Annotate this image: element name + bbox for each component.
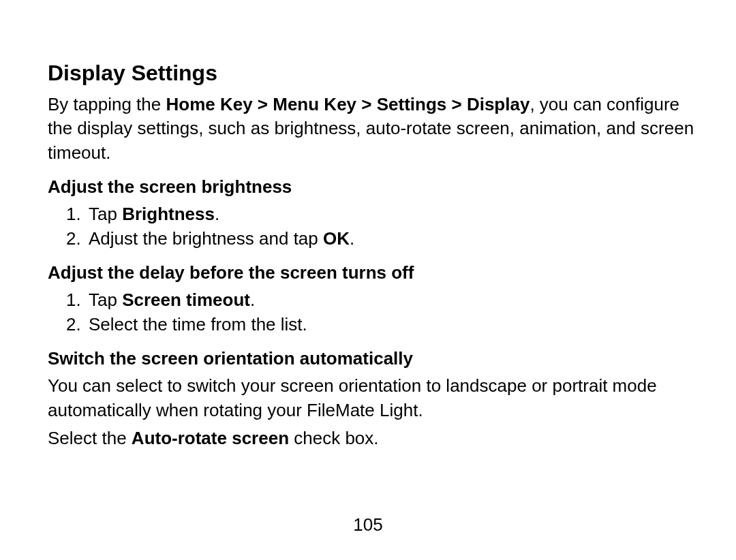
section-heading-timeout: Adjust the delay before the screen turns… [48,262,695,285]
step-bold: Screen timeout [122,290,250,310]
step-bold: OK [323,228,350,249]
line-text: check box. [289,428,379,448]
page-title: Display Settings [48,60,695,86]
list-item: Adjust the brightness and tap OK. [86,227,695,251]
step-text: . [350,228,354,249]
orientation-paragraph: You can select to switch your screen ori… [48,374,695,422]
page-number: 105 [0,514,736,535]
line-bold: Auto-rotate screen [132,428,289,448]
steps-brightness: Tap Brightness. Adjust the brightness an… [48,202,695,250]
steps-timeout: Tap Screen timeout. Select the time from… [48,288,695,336]
step-text: . [215,204,219,224]
orientation-instruction: Select the Auto-rotate screen check box. [48,426,695,450]
intro-text-pre: By tapping the [48,94,166,114]
list-item: Select the time from the list. [86,313,695,337]
step-text: Tap [89,204,122,224]
step-text: Tap [89,290,122,310]
intro-bold-path: Home Key > Menu Key > Settings > Display [166,94,530,114]
step-bold: Brightness [122,204,215,224]
line-text: Select the [48,428,132,448]
step-text: Select the time from the list. [89,314,307,335]
step-text: Adjust the brightness and tap [89,228,323,249]
list-item: Tap Screen timeout. [86,288,695,312]
list-item: Tap Brightness. [86,202,695,226]
section-heading-brightness: Adjust the screen brightness [48,176,695,199]
document-page: Display Settings By tapping the Home Key… [0,0,736,560]
step-text: . [250,290,255,310]
section-heading-orientation: Switch the screen orientation automatica… [48,347,695,371]
intro-paragraph: By tapping the Home Key > Menu Key > Set… [48,93,695,164]
